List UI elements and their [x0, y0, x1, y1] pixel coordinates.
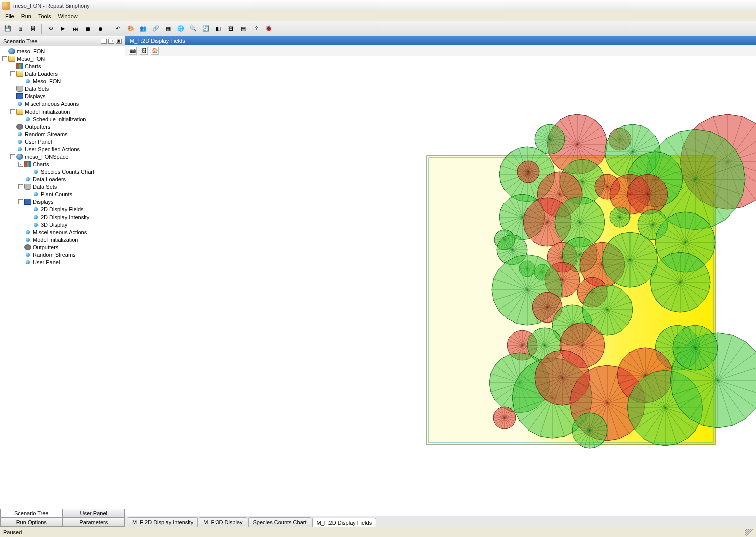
tree-item[interactable]: -Charts [0, 160, 125, 168]
expander-icon[interactable]: - [18, 199, 23, 204]
display-canvas[interactable] [125, 56, 756, 516]
titlebar: meso_FON - Repast Simphony [0, 0, 756, 11]
tree-node-icon [26, 79, 30, 83]
tree-item[interactable]: Model Initialization [0, 236, 125, 243]
tree-item[interactable]: Random Streams [0, 251, 125, 258]
agent-red[interactable] [493, 407, 516, 429]
layout-icon[interactable]: ▤ [238, 23, 249, 34]
scenario-tree[interactable]: meso_FON-Meso_FONCharts-Data LoadersMeso… [0, 46, 125, 509]
tab-user-panel[interactable]: User Panel [63, 509, 125, 518]
resize-grip-icon[interactable] [745, 529, 753, 536]
restore-icon[interactable]: ▣ [116, 39, 122, 44]
menu-window[interactable]: Window [55, 12, 81, 20]
tree-item[interactable]: -Meso_FON [0, 55, 125, 62]
tree-item[interactable]: Species Counts Chart [0, 168, 125, 175]
display-tab[interactable]: M_F:2D Display Fields [312, 518, 377, 527]
agent-green[interactable] [572, 413, 607, 448]
menu-file[interactable]: File [2, 12, 17, 20]
minimize-icon[interactable]: _ [101, 39, 107, 44]
menu-tools[interactable]: Tools [35, 12, 54, 20]
save-as-icon[interactable]: 🗎 [15, 23, 26, 34]
display-tab[interactable]: M_F:2D Display Intensity [128, 517, 198, 527]
expander-icon[interactable]: - [10, 109, 15, 114]
tree-item[interactable]: -meso_FONSpace [0, 153, 125, 160]
tree-node-icon [34, 170, 38, 174]
agents-icon[interactable]: 👥 [138, 23, 149, 34]
tree-node-label: meso_FON [17, 48, 45, 54]
table-icon[interactable]: ▦ [163, 23, 174, 34]
display-tab[interactable]: M_F:3D Display [199, 517, 247, 527]
stop-icon[interactable]: ⏹ [82, 23, 93, 34]
overlay-icon[interactable]: ◧ [213, 23, 224, 34]
tree-item[interactable]: -Data Loaders [0, 70, 125, 77]
tree-item[interactable]: User Panel [0, 138, 125, 145]
bug-icon[interactable]: 🐞 [263, 23, 274, 34]
zoom-icon[interactable]: 🔍 [188, 23, 199, 34]
tree-item[interactable]: -Data Sets [0, 183, 125, 190]
tab-parameters[interactable]: Parameters [63, 518, 125, 527]
expander-icon [10, 64, 15, 69]
toolbar-separator [41, 24, 42, 34]
tree-item[interactable]: Outputters [0, 243, 125, 251]
tree-item[interactable]: -Displays [0, 198, 125, 205]
expander-icon[interactable]: - [10, 154, 15, 159]
record-icon[interactable]: ⏺ [95, 23, 106, 34]
agent-red[interactable] [517, 161, 539, 183]
refresh-icon[interactable]: 🔄 [200, 23, 211, 34]
image-icon[interactable]: 🖼 [225, 23, 236, 34]
tree-item[interactable]: 2D Display Fields [0, 205, 125, 213]
tree-item[interactable]: Meso_FON [0, 77, 125, 85]
tree-node-label: Random Streams [33, 252, 76, 258]
expander-icon [10, 94, 15, 99]
agent-green[interactable] [610, 207, 630, 227]
home-icon[interactable]: 🏠 [151, 47, 159, 55]
maximize-icon[interactable]: □ [108, 39, 114, 44]
tree-node-icon [26, 260, 30, 264]
tree-item[interactable]: Miscellaneous Actions [0, 228, 125, 236]
tree-item[interactable]: 2D Display Intensity [0, 213, 125, 221]
expander-icon[interactable]: - [18, 184, 23, 189]
agent-green[interactable] [673, 325, 718, 370]
reset-icon[interactable]: ⟲ [45, 23, 56, 34]
expander-icon[interactable]: - [18, 162, 23, 167]
database-icon[interactable]: 🗄 [27, 23, 38, 34]
export-icon[interactable]: ⇪ [250, 23, 262, 34]
play-icon[interactable]: ▶ [57, 23, 68, 34]
tree-node-icon [8, 56, 15, 62]
tree-item[interactable]: Data Loaders [0, 175, 125, 183]
save-icon[interactable]: 💾 [2, 23, 13, 34]
tree-item[interactable]: Data Sets [0, 85, 125, 92]
palette-icon[interactable]: 🎨 [125, 23, 136, 34]
tree-item[interactable]: 3D Display [0, 221, 125, 228]
expander-icon[interactable]: - [2, 56, 7, 61]
tree-item[interactable]: Outputters [0, 123, 125, 130]
tree-item[interactable]: Displays [0, 92, 125, 100]
tree-node-icon [8, 48, 15, 54]
tree-item[interactable]: Plant Counts [0, 190, 125, 198]
globe-icon[interactable]: 🌐 [175, 23, 186, 34]
tree-node-label: Outputters [25, 124, 50, 130]
camera-icon[interactable]: 📷 [129, 47, 137, 55]
snapshot-icon[interactable]: 🖼 [140, 47, 148, 55]
expander-icon[interactable]: - [10, 71, 15, 76]
tree-item[interactable]: Charts [0, 62, 125, 70]
agent-red[interactable] [627, 174, 668, 214]
link-icon[interactable]: 🔗 [150, 23, 161, 34]
tree-item[interactable]: User Specified Actions [0, 145, 125, 153]
tree-node-label: Data Loaders [25, 71, 58, 77]
agent-green[interactable] [650, 252, 710, 312]
undo-icon[interactable]: ↶ [112, 23, 123, 34]
menu-run[interactable]: Run [18, 12, 34, 20]
agent-green[interactable] [602, 232, 658, 287]
step-icon[interactable]: ⏭ [70, 23, 81, 34]
display-tab[interactable]: Species Counts Chart [248, 517, 311, 527]
tree-item[interactable]: Miscellaneous Actions [0, 100, 125, 108]
tree-item[interactable]: meso_FON [0, 47, 125, 55]
tab-run-options[interactable]: Run Options [0, 518, 63, 527]
tree-item[interactable]: Random Streams [0, 130, 125, 138]
left-bottom-tabs: Scenario Tree User Panel Run Options Par… [0, 509, 125, 527]
tab-scenario-tree[interactable]: Scenario Tree [0, 509, 63, 518]
tree-item[interactable]: User Panel [0, 258, 125, 266]
tree-item[interactable]: Schedule Initialization [0, 115, 125, 123]
tree-item[interactable]: -Model Initialization [0, 108, 125, 115]
